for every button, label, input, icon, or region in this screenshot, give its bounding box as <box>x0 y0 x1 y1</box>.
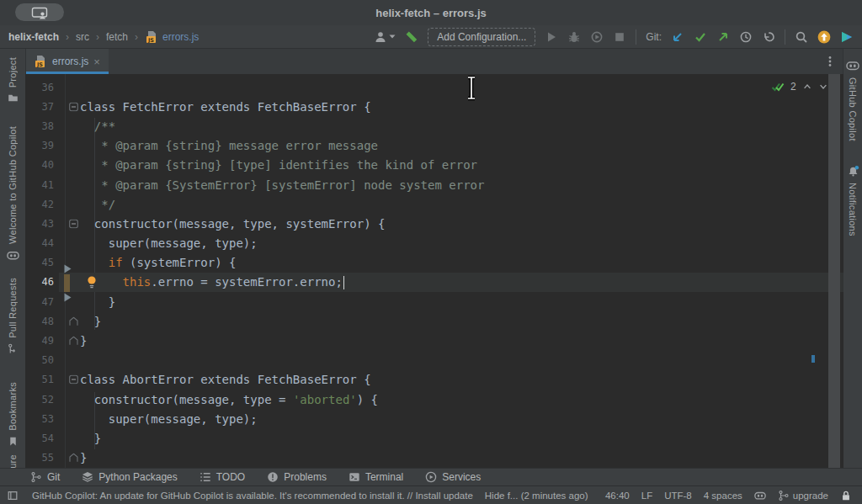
line-number[interactable]: 52 <box>25 394 54 406</box>
tab-options-kebab-icon[interactable] <box>823 55 837 68</box>
line-number[interactable]: 55 <box>25 452 54 464</box>
tab-errors-js[interactable]: errors.js × <box>25 49 109 74</box>
run-coverage-icon[interactable] <box>590 30 604 44</box>
status-hide-link[interactable]: Hide f... (2 minutes ago) <box>485 491 588 501</box>
line-number[interactable]: 40 <box>25 159 54 171</box>
line-number[interactable]: 37 <box>25 101 54 113</box>
intention-bulb-icon[interactable] <box>85 275 98 289</box>
fold-gutter[interactable] <box>54 370 80 390</box>
editor-scrollbar[interactable] <box>828 74 840 468</box>
code-line[interactable]: 39 * @param {string} message error messa… <box>25 136 843 156</box>
breadcrumb-file[interactable]: errors.js <box>145 30 199 44</box>
line-number[interactable]: 43 <box>25 218 54 230</box>
code-line[interactable]: 38 /** <box>25 116 843 135</box>
fold-gutter[interactable] <box>54 214 80 233</box>
copilot-status-icon[interactable] <box>754 490 766 501</box>
code-line[interactable]: 54 } <box>25 428 843 448</box>
fold-gutter[interactable] <box>54 97 80 116</box>
line-number[interactable]: 48 <box>25 316 54 327</box>
sidebar-item-github-copilot[interactable]: GitHub Copilot <box>843 59 862 141</box>
toolwindow-services[interactable]: Services <box>425 471 481 483</box>
line-number[interactable]: 47 <box>25 296 54 308</box>
fold-collapse-icon[interactable] <box>69 102 78 111</box>
debug-icon[interactable] <box>567 30 581 44</box>
code-line[interactable]: 41 * @param {SystemError} [systemError] … <box>25 175 843 194</box>
inspections-widget[interactable]: 2 <box>771 80 828 93</box>
code-line[interactable]: 55} <box>25 448 843 468</box>
line-ending[interactable]: LF <box>641 491 652 501</box>
code-line[interactable]: 37class FetchError extends FetchBaseErro… <box>25 97 843 116</box>
code-line[interactable]: 53 super(message, type); <box>25 409 843 428</box>
breadcrumb-project[interactable]: helix-fetch <box>8 31 59 43</box>
code-line[interactable]: 52 constructor(message, type = 'aborted'… <box>25 390 843 409</box>
code-line[interactable]: 51class AbortError extends FetchBaseErro… <box>25 370 843 390</box>
line-number[interactable]: 51 <box>25 374 54 385</box>
toolwindow-terminal[interactable]: Terminal <box>349 471 403 483</box>
fold-gutter[interactable] <box>54 311 80 331</box>
branch-upgrade[interactable]: upgrade <box>778 490 828 501</box>
status-message[interactable]: GitHub Copilot: An update for GitHub Cop… <box>32 491 473 501</box>
code-line[interactable]: 40 * @param {string} [type] identifies t… <box>25 156 843 175</box>
line-number[interactable]: 39 <box>25 140 54 151</box>
breadcrumb-src[interactable]: src <box>76 31 89 43</box>
caret-position[interactable]: 46:40 <box>605 491 630 501</box>
search-everywhere-icon[interactable] <box>795 30 808 44</box>
update-available-icon[interactable] <box>817 30 831 44</box>
sidebar-item-bookmarks[interactable]: Bookmarks <box>0 382 25 447</box>
line-number[interactable]: 44 <box>25 237 54 249</box>
sidebar-item-pull-requests[interactable]: Pull Requests <box>0 278 25 354</box>
code-line[interactable]: 45 if (systemError) { <box>25 253 843 273</box>
line-number[interactable]: 50 <box>25 354 54 366</box>
line-number[interactable]: 54 <box>25 432 54 444</box>
tab-close-icon[interactable]: × <box>93 56 100 67</box>
sidebar-item-notifications[interactable]: Notifications <box>843 165 862 236</box>
sidebar-item-project[interactable]: Project <box>0 57 25 103</box>
line-number[interactable]: 42 <box>25 199 54 210</box>
run-icon[interactable] <box>545 30 558 44</box>
breadcrumb-fetch[interactable]: fetch <box>106 31 128 43</box>
next-problem-chevron-down-icon[interactable] <box>818 82 828 92</box>
code-line[interactable]: 43 constructor(message, type, systemErro… <box>25 214 843 233</box>
plugin-icon[interactable] <box>840 30 854 44</box>
code-line[interactable]: 36 <box>25 77 843 97</box>
fold-end-icon[interactable] <box>69 337 78 346</box>
toolwindow-git[interactable]: Git <box>30 471 60 483</box>
line-number[interactable]: 41 <box>25 179 54 191</box>
add-configuration-button[interactable]: Add Configuration... <box>428 28 535 46</box>
lock-icon[interactable] <box>840 490 852 501</box>
error-stripe-mark[interactable] <box>811 355 815 363</box>
user-menu-button[interactable] <box>374 30 396 44</box>
git-update-icon[interactable] <box>671 30 684 44</box>
history-icon[interactable] <box>739 30 753 44</box>
fold-collapse-icon[interactable] <box>69 219 78 228</box>
code-line[interactable]: 42 */ <box>25 194 843 214</box>
git-push-icon[interactable] <box>716 30 730 44</box>
code-line[interactable]: 47 } <box>25 292 843 311</box>
line-number[interactable]: 38 <box>25 120 54 132</box>
prev-problem-chevron-up-icon[interactable] <box>802 82 812 92</box>
code-line[interactable]: 50 <box>25 351 843 370</box>
toolwindow-problems[interactable]: Problems <box>267 471 327 483</box>
code-line[interactable]: 46 this.errno = systemError.errno; <box>25 273 843 292</box>
fold-gutter[interactable] <box>54 448 80 468</box>
sidebar-item-structure-partial[interactable]: ure <box>0 454 25 468</box>
fold-collapse-icon[interactable] <box>69 375 78 385</box>
file-encoding[interactable]: UTF-8 <box>664 491 692 501</box>
toolwindow-python-packages[interactable]: Python Packages <box>82 471 177 483</box>
code-line[interactable]: 49} <box>25 331 843 350</box>
sidebar-item-welcome-copilot[interactable]: Welcome to GitHub Copilot <box>0 126 25 262</box>
indent-setting[interactable]: 4 spaces <box>704 491 742 501</box>
build-hammer-icon[interactable] <box>405 30 418 44</box>
code-line[interactable]: 48 } <box>25 311 843 331</box>
fold-end-icon[interactable] <box>69 454 78 463</box>
toolwindow-toggle-icon[interactable] <box>7 490 19 501</box>
fold-end-icon[interactable] <box>69 316 78 326</box>
fold-gutter[interactable] <box>54 331 80 350</box>
git-commit-icon[interactable] <box>694 30 707 44</box>
line-number[interactable]: 45 <box>25 257 54 268</box>
line-number[interactable]: 49 <box>25 335 54 347</box>
toolwindow-todo[interactable]: TODO <box>200 471 245 483</box>
line-number[interactable]: 46 <box>25 276 54 288</box>
rollback-icon[interactable] <box>762 30 775 44</box>
line-number[interactable]: 53 <box>25 413 54 425</box>
